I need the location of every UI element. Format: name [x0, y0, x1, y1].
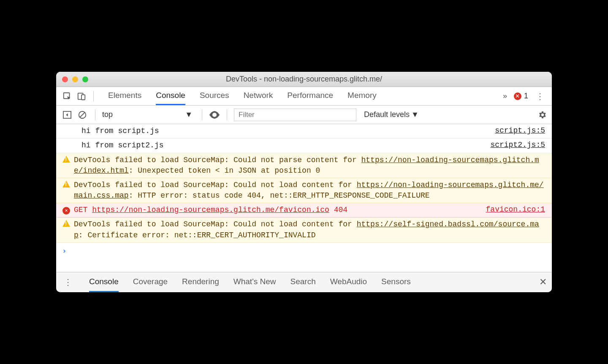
drawer-tab-coverage[interactable]: Coverage — [133, 272, 168, 292]
tab-sources[interactable]: Sources — [200, 87, 229, 105]
log-text: hi from script.js — [72, 126, 486, 136]
warning-text: DevTools failed to load SourceMap: Could… — [72, 180, 545, 201]
divider — [202, 109, 202, 120]
warning-text: DevTools failed to load SourceMap: Could… — [72, 155, 545, 176]
divider — [93, 91, 94, 102]
error-count-badge[interactable]: ✕ 1 — [514, 92, 528, 101]
console-message-log: hi from script2.js script2.js:5 — [56, 139, 552, 153]
console-message-warning: DevTools failed to load SourceMap: Could… — [56, 217, 552, 242]
tabs-overflow-icon[interactable]: » — [503, 92, 507, 101]
inspect-element-icon[interactable] — [61, 90, 73, 102]
source-link[interactable]: script2.js:5 — [490, 140, 545, 149]
main-tab-strip: Elements Console Sources Network Perform… — [56, 87, 552, 106]
svg-point-5 — [214, 114, 216, 116]
zoom-window-button[interactable] — [82, 76, 88, 82]
tab-performance[interactable]: Performance — [287, 87, 333, 105]
error-icon: ✕ — [514, 92, 521, 100]
source-link[interactable]: script.js:5 — [495, 126, 545, 135]
drawer-tab-strip: ⋮ Console Coverage Rendering What's New … — [56, 272, 552, 292]
context-label: top — [102, 110, 113, 119]
error-link[interactable]: https://non-loading-sourcemaps.glitch.me… — [92, 206, 329, 214]
console-message-log: hi from script.js script.js:5 — [56, 124, 552, 139]
context-selector[interactable]: top ▼ — [102, 110, 195, 119]
error-icon: ✕ — [60, 205, 72, 215]
divider — [95, 109, 95, 120]
drawer-tab-webaudio[interactable]: WebAudio — [330, 272, 367, 292]
chevron-down-icon: ▼ — [411, 110, 419, 119]
main-tabs: Elements Console Sources Network Perform… — [108, 87, 377, 105]
live-expression-icon[interactable] — [209, 111, 220, 119]
log-levels-selector[interactable]: Default levels ▼ — [364, 110, 419, 119]
console-output: hi from script.js script.js:5 hi from sc… — [56, 124, 552, 272]
drawer-tab-rendering[interactable]: Rendering — [182, 272, 219, 292]
console-message-warning: DevTools failed to load SourceMap: Could… — [56, 178, 552, 203]
console-prompt[interactable]: › — [56, 243, 552, 272]
drawer-menu-icon[interactable]: ⋮ — [61, 277, 75, 287]
tab-elements[interactable]: Elements — [108, 87, 141, 105]
console-settings-icon[interactable] — [537, 110, 547, 120]
minimize-window-button[interactable] — [72, 76, 78, 82]
device-toolbar-icon[interactable] — [76, 90, 87, 102]
console-sidebar-toggle-icon[interactable] — [61, 109, 73, 121]
tab-memory[interactable]: Memory — [347, 87, 377, 105]
filter-input[interactable] — [234, 109, 356, 121]
devtools-menu-icon[interactable]: ⋮ — [533, 91, 547, 101]
log-gutter — [60, 140, 72, 141]
titlebar: DevTools - non-loading-sourcemaps.glitch… — [56, 72, 552, 87]
console-toolbar: top ▼ Default levels ▼ — [56, 106, 552, 124]
drawer-tab-search[interactable]: Search — [290, 272, 316, 292]
drawer-close-icon[interactable]: ✕ — [539, 277, 547, 288]
warning-icon — [60, 180, 72, 190]
close-window-button[interactable] — [62, 76, 68, 82]
error-count: 1 — [524, 92, 528, 101]
traffic-lights — [56, 76, 88, 82]
log-text: hi from script2.js — [72, 140, 482, 151]
chevron-down-icon: ▼ — [185, 110, 193, 119]
log-gutter — [60, 126, 72, 127]
clear-console-icon[interactable] — [76, 109, 88, 121]
drawer-tab-sensors[interactable]: Sensors — [381, 272, 411, 292]
svg-rect-2 — [81, 95, 85, 100]
console-message-warning: DevTools failed to load SourceMap: Could… — [56, 153, 552, 178]
console-message-error: ✕ GET https://non-loading-sourcemaps.gli… — [56, 203, 552, 217]
tab-network[interactable]: Network — [244, 87, 273, 105]
window-title: DevTools - non-loading-sourcemaps.glitch… — [56, 75, 552, 84]
error-text: GET https://non-loading-sourcemaps.glitc… — [72, 205, 478, 215]
tab-console[interactable]: Console — [156, 87, 185, 105]
devtools-window: DevTools - non-loading-sourcemaps.glitch… — [56, 72, 552, 292]
warning-icon — [60, 155, 72, 165]
levels-label: Default levels — [364, 110, 410, 119]
divider — [227, 109, 227, 120]
drawer-tab-console[interactable]: Console — [89, 272, 119, 292]
warning-text: DevTools failed to load SourceMap: Could… — [72, 219, 545, 240]
drawer-tab-whatsnew[interactable]: What's New — [233, 272, 276, 292]
source-link[interactable]: favicon.ico:1 — [486, 205, 545, 214]
warning-icon — [60, 219, 72, 229]
